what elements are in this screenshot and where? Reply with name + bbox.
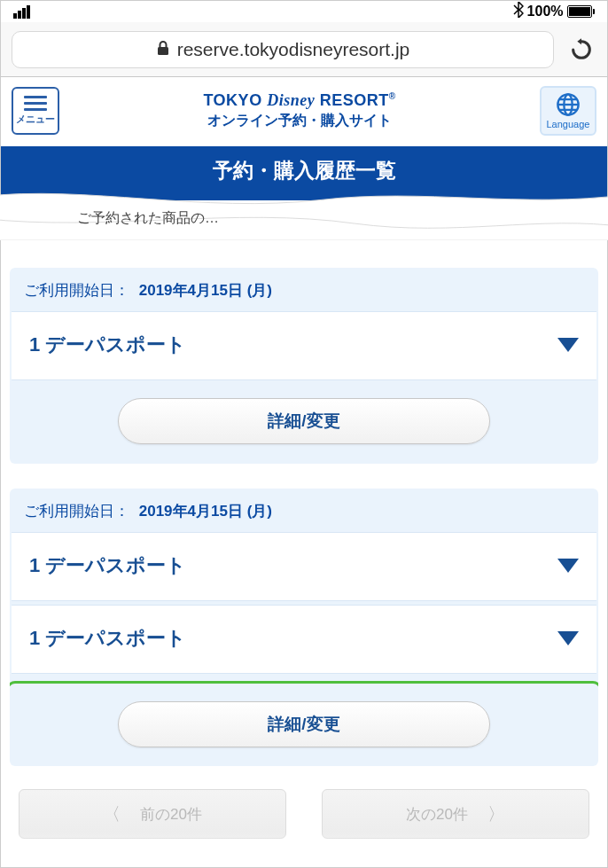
chevron-left-icon: 〈 (103, 802, 121, 826)
battery-icon (567, 5, 596, 18)
chevron-down-icon (557, 338, 579, 352)
details-change-button[interactable]: 詳細/変更 (118, 701, 490, 747)
safari-address-bar: reserve.tokyodisneyresort.jp (1, 22, 607, 77)
product-row[interactable]: 1 デーパスポート (12, 605, 596, 674)
product-name: 1 デーパスポート (29, 332, 186, 358)
svg-rect-0 (158, 47, 168, 55)
globe-icon (556, 92, 581, 119)
chevron-down-icon (557, 559, 579, 573)
section-title: 予約・購入履歴一覧 (213, 159, 396, 182)
prev-label: 前の20件 (140, 804, 202, 825)
order-card: ご利用開始日： 2019年4月15日 (月) 1 デーパスポート 1 デーパスポ… (10, 489, 598, 766)
pagination: 〈 前の20件 次の20件 〉 (10, 766, 598, 839)
url-text: reserve.tokyodisneyresort.jp (177, 39, 410, 60)
refresh-button[interactable] (566, 35, 596, 65)
torn-paper-divider: ご予約された商品の… (1, 200, 607, 243)
details-change-button[interactable]: 詳細/変更 (118, 398, 490, 444)
highlight-box: 詳細/変更 (10, 681, 598, 766)
bluetooth-icon (513, 2, 524, 21)
battery-pct: 100% (527, 4, 564, 20)
order-date-header: ご利用開始日： 2019年4月15日 (月) (10, 268, 598, 311)
prev-page-button[interactable]: 〈 前の20件 (19, 789, 286, 839)
next-label: 次の20件 (406, 804, 468, 825)
order-card: ご利用開始日： 2019年4月15日 (月) 1 デーパスポート 詳細/変更 (10, 268, 598, 464)
url-field[interactable]: reserve.tokyodisneyresort.jp (12, 31, 554, 68)
menu-label: メニュー (16, 113, 55, 126)
signal-icon (13, 5, 30, 19)
product-row[interactable]: 1 デーパスポート (12, 311, 596, 380)
order-date-header: ご利用開始日： 2019年4月15日 (月) (10, 489, 598, 532)
truncated-description: ご予約された商品の… (77, 209, 219, 228)
next-page-button[interactable]: 次の20件 〉 (322, 789, 589, 839)
product-row[interactable]: 1 デーパスポート (12, 532, 596, 601)
chevron-right-icon: 〉 (487, 802, 505, 826)
brand-subtitle: オンライン予約・購入サイト (203, 112, 395, 130)
chevron-down-icon (557, 631, 579, 645)
language-button[interactable]: Language (540, 86, 596, 136)
hamburger-icon (24, 96, 47, 111)
language-label: Language (547, 119, 590, 129)
product-name: 1 デーパスポート (29, 625, 186, 652)
ios-status-bar: 100% (1, 1, 607, 22)
lock-icon (156, 39, 170, 60)
menu-button[interactable]: メニュー (12, 87, 59, 135)
app-header: メニュー TOKYO Disney RESORT® オンライン予約・購入サイト … (1, 77, 607, 146)
brand-logo: TOKYO Disney RESORT® オンライン予約・購入サイト (203, 91, 395, 130)
product-name: 1 デーパスポート (29, 552, 186, 579)
